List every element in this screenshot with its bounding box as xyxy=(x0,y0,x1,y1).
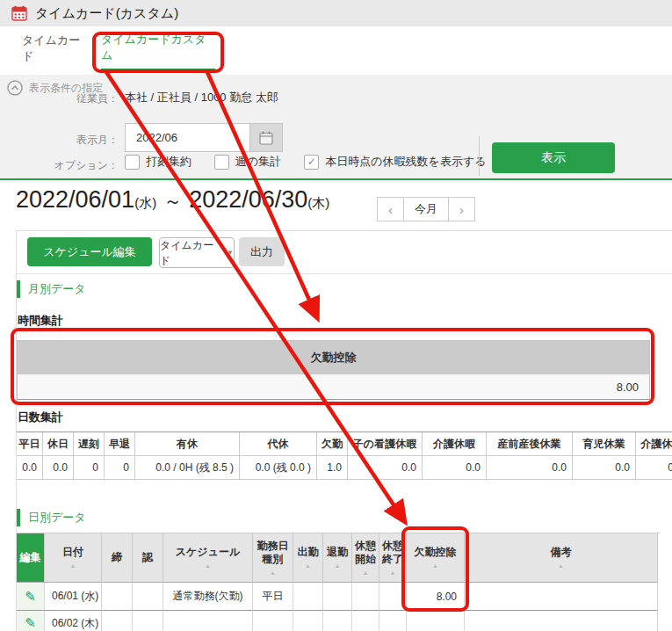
column-header-date[interactable]: 日付▲ xyxy=(45,533,102,583)
sort-asc-icon: ▲ xyxy=(432,562,438,569)
cell-date: 06/02 (木) xyxy=(45,611,102,631)
summary-cell: 0.0 xyxy=(487,456,573,480)
cell-close xyxy=(102,611,133,631)
column-header: 有休 xyxy=(135,432,240,456)
option-show-leave-balance[interactable]: ✓ 本日時点の休暇残数を表示する xyxy=(304,154,486,170)
period-separator: ～ xyxy=(163,189,182,214)
period-nav: ‹ 今月 › xyxy=(378,197,475,221)
options-label: オプション： xyxy=(13,158,119,173)
schedule-edit-button[interactable]: スケジュール編集 xyxy=(27,237,152,266)
edit-row-button[interactable]: ✎ xyxy=(17,611,45,631)
cell-absence-deduction: 8.00 xyxy=(407,583,465,611)
sort-asc-icon: ▲ xyxy=(335,562,341,569)
title-bar: タイムカード(カスタム) xyxy=(0,0,672,26)
checkbox-checked-icon[interactable]: ✓ xyxy=(304,155,319,170)
display-month-label: 表示月： xyxy=(13,133,119,148)
sort-asc-icon: ▲ xyxy=(305,562,311,569)
daily-table: 編集 日付▲ 締 認 スケジュール▲ 勤務日種別▲ 出勤▲ 退勤▲ 休憩開始▲ … xyxy=(17,533,660,631)
period-end-date: 2022/06/30 xyxy=(189,186,307,214)
output-button[interactable]: 出力 xyxy=(239,237,285,266)
cell-close xyxy=(102,583,133,611)
column-header-clock-in[interactable]: 出勤▲ xyxy=(293,533,323,583)
green-bar xyxy=(17,509,20,526)
column-header-clock-out[interactable]: 退勤▲ xyxy=(323,533,352,583)
cell-absence-deduction xyxy=(407,611,465,631)
summary-cell: 0.0 / 0H (残 8.5 ) xyxy=(135,456,240,480)
filter-panel: 表示条件の指定 従業員： 本社 / 正社員 / 1000 勤怠 太郎 表示月： … xyxy=(0,75,672,180)
column-header-note[interactable]: 備考▲ xyxy=(465,533,658,583)
current-month-button[interactable]: 今月 xyxy=(403,197,449,221)
column-header: 平日 xyxy=(17,432,43,456)
period-start-dow: (水) xyxy=(134,195,156,212)
daily-data-title: 日別データ xyxy=(28,510,86,526)
option-stamp-aggregate[interactable]: 打刻集約 xyxy=(125,154,191,170)
period-end-dow: (木) xyxy=(307,195,329,212)
sort-asc-icon: ▲ xyxy=(205,562,211,569)
time-summary-value: 8.00 xyxy=(18,374,649,399)
divider xyxy=(479,136,480,176)
monthly-data-section-header: 月別データ xyxy=(17,280,86,298)
tab-bar: タイムカード タイムカードカスタム xyxy=(0,26,672,75)
edit-row-button[interactable]: ✎ xyxy=(17,583,45,611)
column-header-worktype[interactable]: 勤務日種別▲ xyxy=(253,533,293,583)
page-title: タイムカード(カスタム) xyxy=(35,5,178,22)
cell-break-end xyxy=(379,611,407,631)
summary-cell: 0.0 xyxy=(423,456,487,480)
column-header: 産前産後休業 xyxy=(487,432,573,456)
display-month-field xyxy=(125,123,251,152)
options-row: 打刻集約 週の集計 ✓ 本日時点の休暇残数を表示する xyxy=(125,154,509,170)
checkbox-unchecked-icon[interactable] xyxy=(214,155,229,170)
employee-value: 本社 / 正社員 / 1000 勤怠 太郎 xyxy=(125,90,278,105)
display-month-input[interactable] xyxy=(134,130,243,145)
column-header: 子の看護休暇 xyxy=(348,432,423,456)
next-month-button[interactable]: › xyxy=(448,197,475,221)
daily-data-section-header: 日別データ xyxy=(17,509,86,526)
sort-asc-icon: ▲ xyxy=(363,569,369,577)
period-start-date: 2022/06/01 xyxy=(16,186,134,214)
cell-clock-in xyxy=(293,611,323,631)
timecard-dropdown[interactable]: タイムカード ▼ xyxy=(159,237,235,268)
cell-date: 06/01 (水) xyxy=(45,583,102,611)
cell-approve xyxy=(133,611,163,631)
summary-cell: 0 xyxy=(74,456,105,480)
summary-cell: 0.0 (残 0.0 ) xyxy=(240,456,317,480)
column-header-break-end[interactable]: 休憩終了▲ xyxy=(379,533,407,583)
tab-timecard[interactable]: タイムカード xyxy=(22,26,88,70)
sort-asc-icon: ▲ xyxy=(270,569,276,577)
column-header-break-start[interactable]: 休憩開始▲ xyxy=(352,533,379,583)
checkbox-unchecked-icon[interactable] xyxy=(125,155,140,170)
time-summary-caption: 時間集計 xyxy=(18,313,63,329)
cell-break-start xyxy=(352,611,379,631)
day-summary-table: 平日 休日 遅刻 早退 有休 代休 欠勤 子の看護休暇 介護休暇 産前産後休業 … xyxy=(17,432,672,480)
employee-label: 従業員： xyxy=(13,91,119,106)
cell-schedule xyxy=(163,611,253,631)
column-header-edit: 編集 xyxy=(17,533,45,583)
column-header: 介護休暇 xyxy=(423,432,487,456)
column-header-close: 締 xyxy=(102,533,133,583)
month-picker-button[interactable] xyxy=(249,123,283,152)
sort-asc-icon: ▲ xyxy=(558,562,564,569)
prev-month-button[interactable]: ‹ xyxy=(377,197,404,221)
column-header-schedule[interactable]: スケジュール▲ xyxy=(163,533,253,583)
time-summary-table: 欠勤控除 8.00 xyxy=(17,340,650,400)
cell-approve xyxy=(133,583,163,611)
summary-cell: 0.0 xyxy=(43,456,74,480)
cell-schedule: 通常勤務(欠勤) xyxy=(163,583,253,611)
day-summary-caption: 日数集計 xyxy=(18,410,63,425)
cell-clock-in xyxy=(293,583,323,611)
sort-asc-icon: ▲ xyxy=(390,569,396,577)
green-bar xyxy=(17,280,20,298)
summary-cell: 0.0 xyxy=(636,456,672,480)
tab-timecard-custom[interactable]: タイムカードカスタム xyxy=(101,26,215,70)
column-header: 早退 xyxy=(105,432,135,456)
column-header: 代休 xyxy=(240,432,317,456)
column-header: 休日 xyxy=(43,432,74,456)
option-weekly-total[interactable]: 週の集計 xyxy=(214,154,281,170)
column-header: 育児休業 xyxy=(573,432,636,456)
column-header: 遅刻 xyxy=(74,432,105,456)
cell-worktype: 平日 xyxy=(253,583,293,611)
column-header-absence-deduction[interactable]: 欠勤控除▲ xyxy=(407,533,465,583)
main-panel: スケジュール編集 タイムカード ▼ 出力 月別データ 時間集計 欠勤控除 8.0… xyxy=(16,230,672,631)
summary-cell: 0.0 xyxy=(573,456,636,480)
show-button[interactable]: 表示 xyxy=(492,142,615,173)
